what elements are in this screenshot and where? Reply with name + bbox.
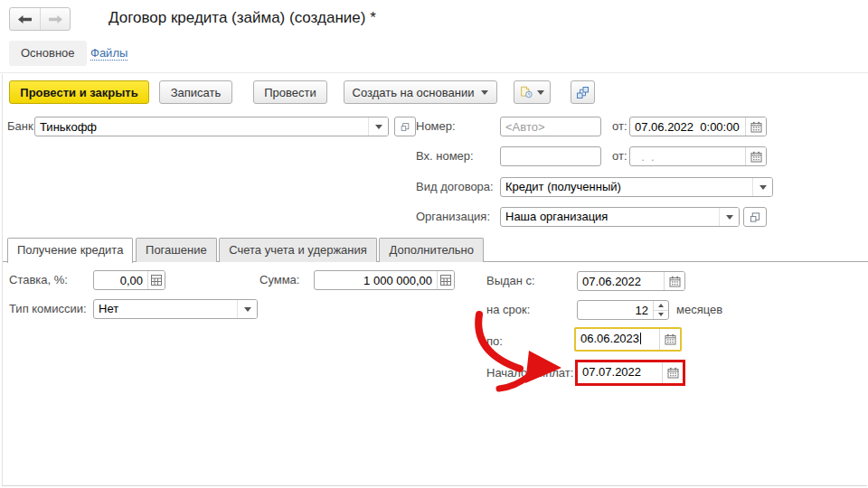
payments-start-label: Начало выплат: — [486, 363, 573, 383]
organization-dropdown-button[interactable] — [719, 208, 739, 226]
incoming-date-label: от: — [612, 146, 627, 166]
contract-kind-value: Кредит (полученный) — [501, 178, 752, 196]
term-suffix: месяцев — [676, 300, 722, 320]
back-icon — [18, 15, 32, 23]
calendar-icon — [667, 367, 679, 379]
term-stepper — [653, 301, 668, 319]
document-clock-icon — [520, 85, 533, 99]
calendar-icon — [665, 333, 676, 345]
forward-icon — [49, 15, 62, 23]
calculator-icon — [440, 275, 451, 286]
organization-value: Наша организация — [501, 208, 719, 226]
incoming-number-field[interactable] — [500, 146, 601, 166]
chevron-up-icon — [658, 304, 664, 307]
organization-field[interactable]: Наша организация — [500, 207, 740, 227]
incoming-date-input[interactable] — [630, 147, 745, 165]
until-value: 06.06.2023 — [580, 332, 639, 345]
back-button[interactable] — [10, 8, 40, 30]
tab-repayment[interactable]: Погашение — [136, 238, 217, 262]
until-field-focused[interactable]: 06.06.2023 — [574, 327, 682, 352]
payments-start-field-highlighted[interactable]: 07.07.2022 — [575, 360, 685, 386]
term-stepper-down-button[interactable] — [654, 310, 668, 320]
bank-input[interactable] — [35, 117, 368, 136]
chevron-down-icon — [481, 90, 488, 95]
chevron-down-icon — [658, 313, 664, 316]
create-based-on-button[interactable]: Создать на основании — [344, 80, 497, 104]
post-and-close-button[interactable]: Провести и закрыть — [9, 80, 149, 104]
forward-button[interactable] — [40, 8, 70, 30]
rate-field[interactable] — [93, 270, 165, 290]
incoming-date-picker-button[interactable] — [745, 147, 766, 165]
date-input[interactable] — [630, 117, 745, 136]
rate-label: Ставка, %: — [9, 270, 68, 290]
post-button[interactable]: Провести — [253, 80, 327, 104]
tab-credit-receive[interactable]: Получение кредита — [7, 238, 133, 263]
chevron-down-icon — [537, 90, 544, 95]
number-field[interactable] — [500, 117, 601, 136]
payments-start-value: 07.07.2022 — [578, 362, 662, 383]
term-field[interactable] — [577, 300, 669, 320]
header-separator — [0, 72, 868, 73]
tab-additional[interactable]: Дополнительно — [379, 238, 484, 262]
term-stepper-up-button[interactable] — [654, 301, 668, 310]
rate-input[interactable] — [94, 271, 147, 289]
sum-label: Сумма: — [259, 270, 299, 290]
incoming-number-input[interactable] — [501, 147, 600, 165]
sum-input[interactable] — [315, 271, 437, 289]
date-picker-button[interactable] — [745, 117, 766, 136]
contract-kind-dropdown-button[interactable] — [752, 178, 772, 196]
calendar-icon — [750, 121, 762, 133]
commission-type-field[interactable]: Нет — [93, 299, 258, 319]
number-input[interactable] — [501, 117, 600, 136]
until-label: по: — [486, 332, 503, 352]
payments-start-date-picker-button[interactable] — [662, 362, 683, 383]
related-documents-icon — [576, 86, 590, 99]
history-nav — [9, 7, 71, 31]
chevron-down-icon — [726, 215, 733, 220]
rate-calculator-button[interactable] — [147, 271, 165, 289]
open-form-icon — [401, 121, 410, 133]
calculator-icon — [151, 275, 162, 286]
issued-from-date-picker-button[interactable] — [664, 272, 684, 290]
chevron-down-icon — [760, 185, 767, 190]
tab-files[interactable]: Файлы — [90, 46, 127, 61]
sum-field[interactable] — [314, 270, 455, 290]
contract-kind-field[interactable]: Кредит (полученный) — [500, 177, 773, 197]
bank-dropdown-button[interactable] — [368, 117, 388, 136]
tab-accounts[interactable]: Счета учета и удержания — [219, 238, 377, 262]
window-left-border — [2, 74, 3, 486]
commission-type-label: Тип комиссии: — [9, 299, 87, 319]
contract-kind-label: Вид договора: — [416, 177, 494, 197]
number-label: Номер: — [416, 117, 456, 136]
document-journal-button[interactable] — [514, 80, 551, 104]
incoming-number-label: Вх. номер: — [416, 146, 474, 166]
bank-open-button[interactable] — [394, 117, 416, 136]
write-button[interactable]: Записать — [159, 80, 232, 104]
sum-calculator-button[interactable] — [437, 271, 454, 289]
window-bottom-border — [2, 485, 867, 486]
incoming-date-field[interactable] — [629, 146, 767, 166]
text-caret — [640, 333, 641, 344]
calendar-icon — [750, 151, 762, 163]
bank-label: Банк: — [7, 117, 36, 136]
until-date-picker-button[interactable] — [659, 329, 680, 350]
page-title: Договор кредита (займа) (создание) * — [108, 7, 376, 29]
open-form-icon — [750, 211, 760, 223]
tab-main[interactable]: Основное — [9, 41, 87, 66]
term-input[interactable] — [578, 301, 653, 319]
date-field[interactable] — [629, 117, 767, 136]
commission-type-value: Нет — [94, 300, 237, 318]
bank-field[interactable] — [34, 117, 389, 136]
date-label: от: — [612, 117, 627, 136]
commission-type-dropdown-button[interactable] — [237, 300, 257, 318]
organization-open-button[interactable] — [743, 207, 767, 227]
chevron-down-icon — [375, 125, 382, 129]
term-label: на срок: — [486, 300, 530, 320]
issued-from-field[interactable] — [577, 271, 685, 291]
calendar-icon — [669, 276, 681, 287]
issued-from-label: Выдан с: — [486, 271, 535, 291]
related-documents-button[interactable] — [571, 80, 595, 104]
detail-tabstrip: Получение кредита Погашение Счета учета … — [3, 238, 868, 262]
issued-from-input[interactable] — [578, 272, 664, 290]
organization-label: Организация: — [416, 207, 490, 227]
